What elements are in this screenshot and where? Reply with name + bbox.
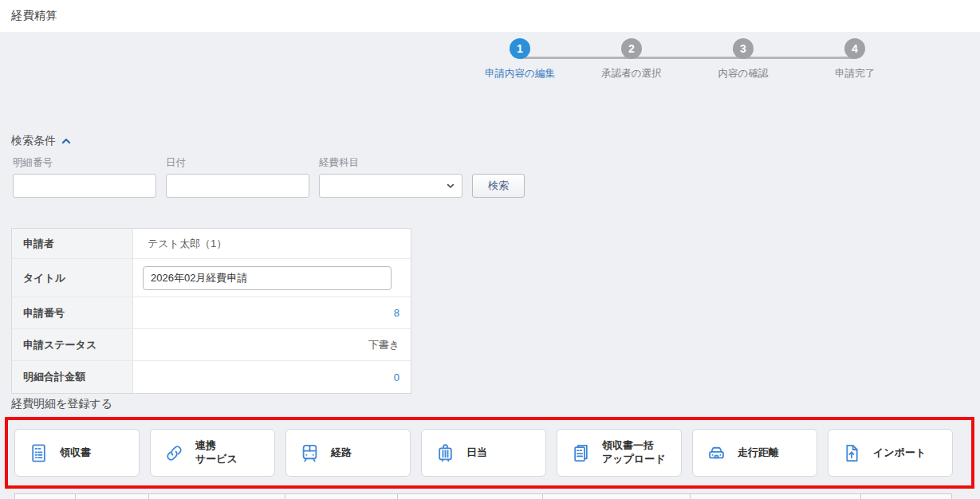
table-cell xyxy=(285,493,398,499)
step-2-circle: 2 xyxy=(621,38,642,59)
detail-number-input[interactable] xyxy=(13,174,156,198)
stepper-step-1: 1 申請内容の編集 xyxy=(464,38,576,81)
receipt-button[interactable]: 領収書 xyxy=(14,429,140,477)
table-cell xyxy=(691,493,861,499)
table-row: 申請ステータス 下書き xyxy=(12,329,411,361)
title-label: タイトル xyxy=(12,259,133,297)
mileage-button[interactable]: 走行距離 xyxy=(692,429,817,477)
import-button[interactable]: インポート xyxy=(828,429,953,477)
register-actions-highlighted: 領収書 連携 サービス 経路 xyxy=(5,417,974,489)
table-row: 明細合計金額 0 xyxy=(12,361,411,393)
stepper-step-3: 3 内容の確認 xyxy=(687,38,799,81)
table-row: 申請番号 8 xyxy=(12,297,411,329)
step-1-circle: 1 xyxy=(510,38,530,59)
chevron-down-icon xyxy=(444,179,457,192)
applicant-value: テスト太郎（1） xyxy=(133,229,411,258)
receipt-batch-upload-button[interactable]: 領収書一括 アップロード xyxy=(557,429,682,477)
total-amount-value[interactable]: 0 xyxy=(133,361,411,393)
step-2-label: 承認者の選択 xyxy=(576,67,687,81)
receipt-button-label: 領収書 xyxy=(60,446,91,460)
daily-allowance-button-label: 日当 xyxy=(466,446,487,460)
table-cell xyxy=(398,493,543,499)
page-title: 経費精算 xyxy=(11,9,57,23)
table-cell xyxy=(861,493,952,499)
daily-allowance-button[interactable]: 日当 xyxy=(421,429,546,477)
link-icon xyxy=(163,442,185,464)
stepper-step-2: 2 承認者の選択 xyxy=(576,38,687,81)
table-cell xyxy=(543,493,691,499)
route-button[interactable]: 経路 xyxy=(285,429,411,477)
detail-table-partial-header xyxy=(14,493,952,499)
application-status-label: 申請ステータス xyxy=(12,329,133,360)
step-3-circle: 3 xyxy=(733,38,754,59)
register-section-title: 経費明細を登録する xyxy=(11,397,112,411)
application-status-value: 下書き xyxy=(133,329,411,360)
table-row: 申請者 テスト太郎（1） xyxy=(12,229,411,259)
application-number-value[interactable]: 8 xyxy=(133,297,411,328)
step-3-label: 内容の確認 xyxy=(687,67,799,81)
table-row: タイトル xyxy=(12,259,411,297)
table-cell xyxy=(14,493,76,499)
train-icon xyxy=(299,442,321,464)
mileage-button-label: 走行距離 xyxy=(738,446,779,460)
date-input[interactable] xyxy=(166,174,309,198)
receipt-batch-upload-button-label: 領収書一括 アップロード xyxy=(602,439,666,466)
table-cell xyxy=(76,493,149,499)
title-input[interactable] xyxy=(143,266,392,290)
top-bar: 経費精算 xyxy=(0,0,980,32)
search-button[interactable]: 検索 xyxy=(472,174,525,198)
suitcase-icon xyxy=(435,442,456,464)
step-4-label: 申請完了 xyxy=(799,67,911,81)
linked-services-button-label: 連携 サービス xyxy=(195,439,238,466)
expense-category-label: 経費科目 xyxy=(319,156,359,170)
search-conditions-header[interactable]: 検索条件 xyxy=(11,134,72,148)
route-button-label: 経路 xyxy=(331,446,352,460)
stepper-step-4: 4 申請完了 xyxy=(799,38,911,81)
step-1-label: 申請内容の編集 xyxy=(464,67,576,81)
receipt-icon xyxy=(28,442,49,464)
import-button-label: インポート xyxy=(873,446,926,460)
application-summary-table: 申請者 テスト太郎（1） タイトル 申請番号 8 申請ステータス 下書き 明細合… xyxy=(11,228,411,394)
linked-services-button[interactable]: 連携 サービス xyxy=(150,429,275,477)
title-cell xyxy=(133,259,411,297)
import-icon xyxy=(841,442,863,464)
search-conditions-title: 検索条件 xyxy=(11,134,56,148)
receipts-stack-icon xyxy=(570,442,592,464)
table-cell xyxy=(149,493,285,499)
applicant-label: 申請者 xyxy=(12,229,133,258)
date-label: 日付 xyxy=(166,156,186,170)
chevron-up-icon[interactable] xyxy=(61,136,72,147)
application-number-label: 申請番号 xyxy=(12,297,133,328)
car-icon xyxy=(706,442,727,464)
expense-category-select[interactable] xyxy=(319,174,462,198)
total-amount-label: 明細合計金額 xyxy=(12,361,133,393)
step-4-circle: 4 xyxy=(844,38,865,59)
detail-number-label: 明細番号 xyxy=(13,156,53,170)
